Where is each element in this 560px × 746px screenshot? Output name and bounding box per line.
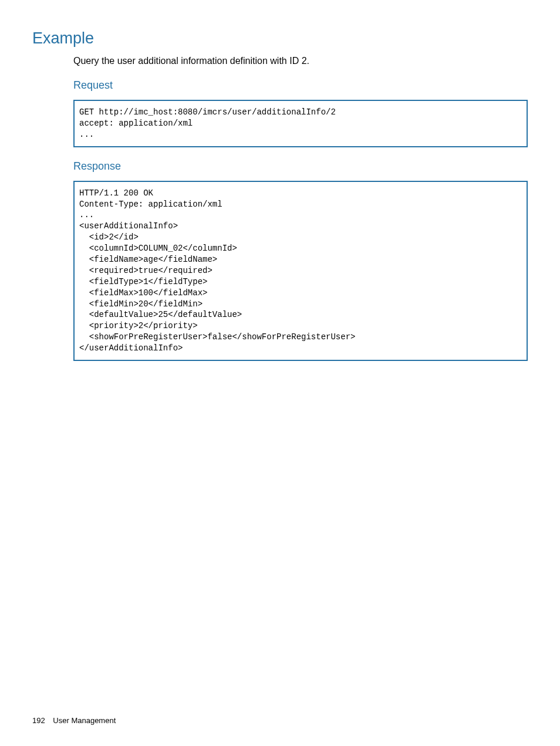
heading-response: Response [73,160,528,173]
request-code-block: GET http://imc_host:8080/imcrs/user/addi… [73,100,528,147]
heading-example: Example [32,29,528,48]
response-code-block: HTTP/1.1 200 OK Content-Type: applicatio… [73,181,528,361]
page-number: 192 [32,716,45,725]
footer-section-label: User Management [53,716,116,725]
heading-request: Request [73,79,528,92]
intro-paragraph: Query the user additional information de… [73,56,528,66]
page-footer: 192 User Management [32,716,116,725]
